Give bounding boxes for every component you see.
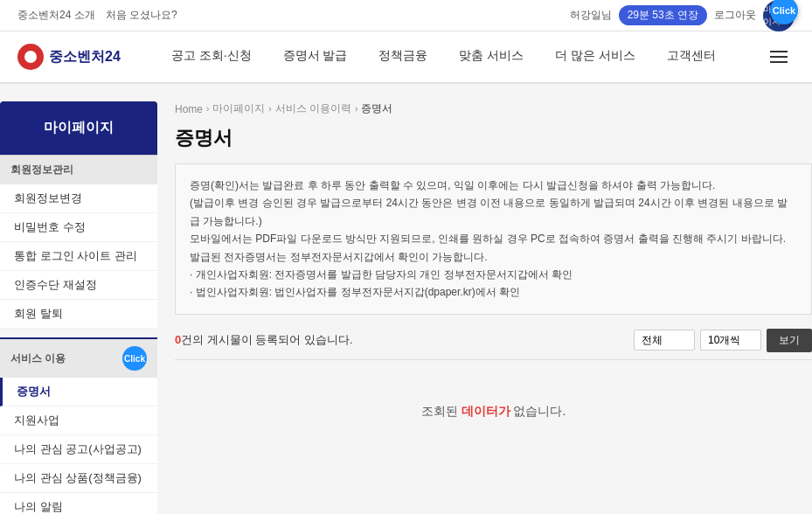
info-line-3: 모바일에서는 PDF파일 다운로드 방식만 지원되므로, 인쇄를 원하실 경우 … (190, 230, 797, 247)
empty-highlight: 데이터가 (462, 404, 510, 418)
nav-item-policy-finance[interactable]: 정책금융 (363, 31, 443, 83)
hamburger-button[interactable] (763, 44, 795, 70)
sidebar-section-service: 서비스 이용 Click 증명서 지원사업 나의 관심 공고(사업공고) 나의 … (0, 337, 157, 514)
table-divider (175, 359, 812, 360)
nav-item-certificate[interactable]: 증명서 발급 (267, 31, 364, 83)
logout-link[interactable]: 로그아웃 (714, 8, 756, 23)
info-line-2: (발급이후 변경 승인된 경우 발급으로부터 24시간 동안은 변경 이전 내용… (190, 194, 797, 230)
category-filter-select[interactable]: 전체 (634, 330, 695, 351)
sidebar: 마이페이지 회원정보관리 회원정보변경 비밀번호 수정 통합 로그인 사이트 관… (0, 101, 157, 514)
empty-prefix: 조회된 (421, 404, 458, 418)
logo[interactable]: 중소벤처24 (17, 44, 121, 70)
session-badge[interactable]: 29분 53초 연장 (619, 5, 707, 25)
click-bubble-sidebar: Click (122, 346, 147, 371)
nav-item-more-service[interactable]: 더 많은 서비스 (539, 31, 651, 83)
sidebar-section-title-service[interactable]: 서비스 이용 Click (0, 337, 157, 378)
mypage-button[interactable]: 마이페이지 Click (763, 0, 795, 31)
sidebar-item-interest-product[interactable]: 나의 관심 상품(정책금융) (0, 464, 157, 493)
breadcrumb-home[interactable]: Home (175, 103, 203, 115)
sidebar-section-title-member: 회원정보관리 (0, 155, 157, 184)
sidebar-item-login-manage[interactable]: 통합 로그인 사이트 관리 (0, 242, 157, 271)
sidebar-service-label: 서비스 이용 (10, 351, 66, 366)
breadcrumb-sep-1: › (206, 104, 209, 114)
record-count-text: 건의 게시물이 등록되어 있습니다. (181, 333, 352, 346)
sidebar-item-withdraw[interactable]: 회원 탈퇴 (0, 300, 157, 329)
click-bubble-mypage: Click (770, 0, 798, 24)
empty-suffix: 없습니다. (513, 404, 566, 418)
sidebar-item-password[interactable]: 비밀번호 수정 (0, 213, 157, 242)
intro-link[interactable]: 중소벤처24 소개 (17, 8, 95, 23)
sidebar-section-member: 회원정보관리 회원정보변경 비밀번호 수정 통합 로그인 사이트 관리 인증수단… (0, 155, 157, 329)
sidebar-item-info-change[interactable]: 회원정보변경 (0, 184, 157, 213)
user-name: 허강일님 (570, 8, 612, 23)
breadcrumb-sep-2: › (268, 104, 271, 114)
first-visit-link[interactable]: 처음 오셨나요? (106, 8, 177, 23)
breadcrumb-current: 증명서 (361, 101, 392, 116)
info-line-5: · 개인사업자회원: 전자증명서를 발급한 담당자의 개인 정부전자문서지갑에서… (190, 266, 797, 283)
sidebar-item-interest-announcement[interactable]: 나의 관심 공고(사업공고) (0, 435, 157, 464)
logo-inner-circle (24, 51, 37, 63)
empty-state: 조회된 데이터가 없습니다. (175, 369, 812, 455)
top-bar: 중소벤처24 소개 처음 오셨나요? 허강일님 29분 53초 연장 로그아웃 … (0, 0, 812, 31)
logo-text: 중소벤처24 (49, 48, 121, 66)
breadcrumb: Home › 마이페이지 › 서비스 이용이력 › 증명서 (175, 101, 812, 116)
sidebar-item-auth-reset[interactable]: 인증수단 재설정 (0, 271, 157, 300)
top-bar-left: 중소벤처24 소개 처음 오셨나요? (17, 8, 177, 23)
nav-items: 공고 조회·신청 증명서 발급 정책금융 맞춤 서비스 더 많은 서비스 고객센… (156, 31, 763, 83)
sidebar-item-my-alarm[interactable]: 나의 알림 (0, 493, 157, 514)
filter-controls: 전체 10개씩 보기 (634, 329, 812, 352)
logo-icon (17, 44, 44, 70)
sidebar-header: 마이페이지 (0, 101, 157, 155)
table-controls: 0건의 게시물이 등록되어 있습니다. 전체 10개씩 보기 (175, 329, 812, 352)
breadcrumb-mypage[interactable]: 마이페이지 (212, 101, 265, 116)
content-wrapper: 마이페이지 회원정보관리 회원정보변경 비밀번호 수정 통합 로그인 사이트 관… (0, 84, 812, 514)
sidebar-item-certificate[interactable]: 증명서 (0, 378, 157, 406)
nav-item-customer-center[interactable]: 고객센터 (651, 31, 732, 83)
sidebar-item-support[interactable]: 지원사업 (0, 406, 157, 435)
nav-item-announcement[interactable]: 공고 조회·신청 (156, 31, 267, 83)
info-box: 증명(확인)서는 발급완료 후 하루 동안 출력할 수 있으며, 익일 이후에는… (175, 163, 812, 315)
main-area: Home › 마이페이지 › 서비스 이용이력 › 증명서 증명서 증명(확인)… (175, 101, 812, 514)
breadcrumb-sep-3: › (355, 104, 357, 114)
view-button[interactable]: 보기 (767, 329, 812, 352)
nav-item-custom-service[interactable]: 맞춤 서비스 (443, 31, 539, 83)
hamburger-line-2 (770, 56, 788, 58)
info-line-6: · 법인사업자회원: 법인사업자를 정부전자문서지갑(dpaper.kr)에서 … (190, 283, 797, 301)
record-count: 0건의 게시물이 등록되어 있습니다. (175, 332, 353, 348)
hamburger-line-1 (770, 51, 788, 52)
info-line-1: 증명(확인)서는 발급완료 후 하루 동안 출력할 수 있으며, 익일 이후에는… (190, 177, 797, 194)
top-bar-right: 허강일님 29분 53초 연장 로그아웃 마이페이지 Click (570, 0, 795, 31)
page-title: 증명서 (175, 125, 812, 151)
page-size-select[interactable]: 10개씩 (700, 330, 761, 351)
hamburger-line-3 (770, 61, 788, 63)
breadcrumb-service-history[interactable]: 서비스 이용이력 (275, 101, 351, 116)
main-nav: 중소벤처24 공고 조회·신청 증명서 발급 정책금융 맞춤 서비스 더 많은 … (0, 31, 812, 84)
info-line-4: 발급된 전자증명서는 정부전자문서지갑에서 확인이 가능합니다. (190, 248, 797, 266)
